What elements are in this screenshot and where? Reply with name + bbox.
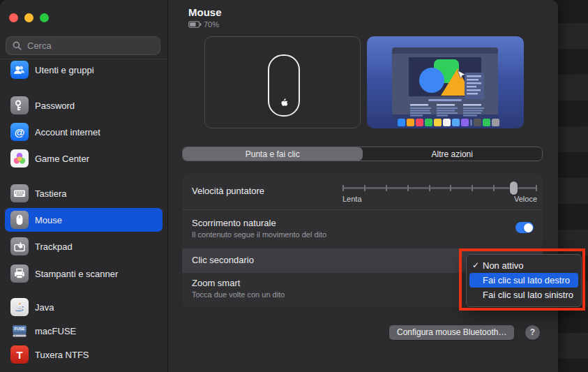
key-icon <box>10 96 29 114</box>
sidebar-item-tuxera-ntfs[interactable]: T Tuxera NTFS <box>5 343 163 366</box>
page-title: Mouse <box>188 6 222 18</box>
screen: Utenti e gruppi Password @ Account inter… <box>0 0 588 372</box>
sidebar-item-java[interactable]: Java <box>5 295 163 319</box>
svg-text:FUSE: FUSE <box>15 327 25 331</box>
tab-label: Altre azioni <box>432 149 473 159</box>
sidebar: Utenti e gruppi Password @ Account inter… <box>0 0 168 372</box>
smart-zoom-subtitle: Tocca due volte con un dito <box>192 290 285 299</box>
sidebar-item-label: macFUSE <box>35 326 76 336</box>
sidebar-item-trackpad[interactable]: Trackpad <box>5 235 163 258</box>
search-icon <box>13 41 22 50</box>
sidebar-item-label: Java <box>35 302 54 313</box>
slider-knob[interactable] <box>510 181 518 195</box>
help-button[interactable]: ? <box>525 325 540 340</box>
java-icon <box>10 298 29 316</box>
configure-bluetooth-mouse-button[interactable]: Configura mouse Bluetooth… <box>389 325 514 340</box>
sidebar-item-stampanti-e-scanner[interactable]: Stampanti e scanner <box>5 262 163 285</box>
sidebar-item-label: Tastiera <box>35 188 67 199</box>
annotation-red-box <box>459 248 585 311</box>
tab-altre-azioni[interactable]: Altre azioni <box>363 147 543 161</box>
natural-scrolling-toggle[interactable] <box>515 222 534 233</box>
sidebar-item-label: Account internet <box>35 127 100 137</box>
slider-track[interactable] <box>342 187 537 189</box>
close-window-button[interactable] <box>9 13 18 22</box>
keyboard-icon <box>10 184 29 202</box>
zoom-window-button[interactable] <box>40 13 49 22</box>
secondary-click-illustration <box>367 36 524 128</box>
game-center-icon <box>10 149 29 168</box>
sidebar-item-label: Tuxera NTFS <box>35 350 89 360</box>
sidebar-item-mouse[interactable]: Mouse <box>5 208 163 232</box>
users-icon <box>10 61 29 79</box>
natural-scrolling-subtitle: Il contenuto segue il movimento del dito <box>192 230 326 239</box>
battery-icon <box>188 21 202 28</box>
trackpad-icon <box>10 237 29 255</box>
battery-status: 70% <box>188 20 219 29</box>
search-field[interactable] <box>6 36 160 55</box>
natural-scrolling-label: Scorrimento naturale <box>192 218 276 228</box>
sidebar-item-label: Stampanti e scanner <box>35 269 118 279</box>
sidebar-item-password[interactable]: Password <box>5 94 163 117</box>
sidebar-item-game-center[interactable]: Game Center <box>5 147 163 170</box>
sidebar-item-label: Mouse <box>35 215 62 225</box>
pointer-speed-label: Velocità puntatore <box>192 186 264 196</box>
sidebar-item-account-internet[interactable]: @ Account internet <box>5 120 163 144</box>
macfuse-icon: FUSE <box>10 322 29 340</box>
sidebar-item-label: Trackpad <box>35 241 73 252</box>
apple-logo-icon <box>280 98 288 107</box>
sidebar-item-label: Password <box>35 101 75 111</box>
slider-min-label: Lenta <box>342 195 362 203</box>
sidebar-item-label: Game Center <box>35 154 89 164</box>
mouse-preview <box>204 36 361 128</box>
sidebar-item-label: Utenti e gruppi <box>35 65 94 75</box>
tab-bar: Punta e fai clic Altre azioni <box>182 147 543 161</box>
toggle-knob <box>524 223 533 232</box>
secondary-click-label: Clic secondario <box>192 255 254 265</box>
magic-mouse-outline <box>268 54 300 117</box>
printer-icon <box>10 265 29 283</box>
sidebar-item-tastiera[interactable]: Tastiera <box>5 181 163 205</box>
pointer-speed-slider[interactable] <box>342 181 537 195</box>
mouse-icon <box>10 211 29 229</box>
tab-label: Punta e fai clic <box>246 149 300 159</box>
smart-zoom-label: Zoom smart <box>192 278 240 288</box>
minimize-window-button[interactable] <box>24 13 33 22</box>
content-pane: Mouse 70% <box>168 0 558 372</box>
sidebar-item-macfuse[interactable]: FUSE macFUSE <box>5 319 163 343</box>
at-icon: @ <box>10 123 29 141</box>
battery-percent: 70% <box>204 20 219 29</box>
sidebar-item-utenti-e-gruppi[interactable]: Utenti e gruppi <box>5 58 163 82</box>
search-input[interactable] <box>26 40 147 52</box>
slider-max-label: Veloce <box>514 195 537 203</box>
tab-punta-e-fai-clic[interactable]: Punta e fai clic <box>183 147 363 161</box>
system-settings-window: Utenti e gruppi Password @ Account inter… <box>0 0 558 372</box>
tuxera-ntfs-icon: T <box>10 345 29 364</box>
